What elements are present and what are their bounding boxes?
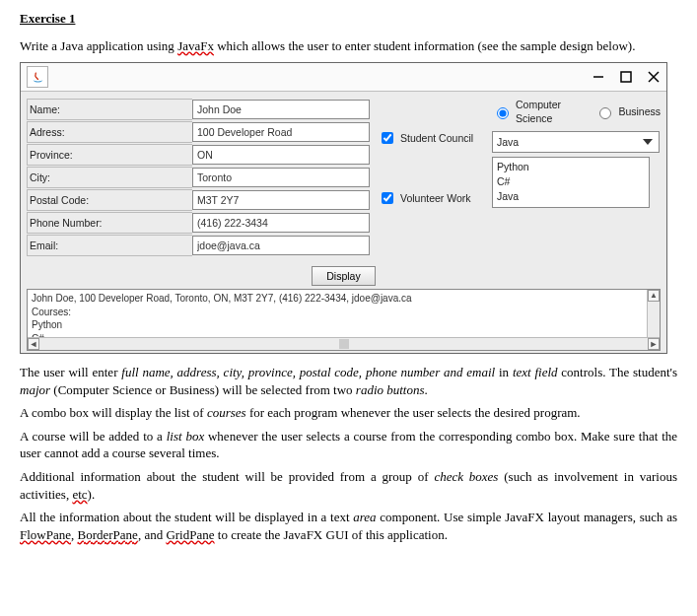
chevron-down-icon[interactable] [641, 135, 655, 149]
field-input[interactable] [192, 122, 370, 142]
scroll-right-icon[interactable]: ► [648, 338, 660, 350]
scroll-left-icon[interactable]: ◄ [28, 338, 39, 350]
list-item[interactable]: Java [497, 189, 645, 204]
text: major [20, 382, 50, 397]
form-right-column: Computer Science Business Java PythonC#J… [492, 98, 661, 257]
field-input[interactable] [192, 213, 370, 233]
intro-paragraph: Write a Java application using JavaFx wh… [20, 37, 677, 55]
output-line: Python [32, 318, 656, 332]
svg-rect-1 [621, 72, 631, 82]
courses-combobox[interactable]: Java [492, 131, 660, 153]
form-left-column: Name:Adress:Province:City:Postal Code:Ph… [27, 98, 372, 257]
form-row: Province: [27, 144, 372, 166]
list-item[interactable]: C# [497, 174, 645, 189]
text: list box [167, 429, 204, 444]
text: (Computer Science or Business) will be s… [50, 382, 356, 397]
checkbox-label: Student Council [400, 131, 473, 145]
text: controls. The student's [558, 365, 677, 379]
text: to create the JavaFX GUI of this applica… [215, 527, 448, 542]
text: courses [207, 405, 246, 420]
student-council-checkbox[interactable]: Student Council [378, 129, 486, 147]
courses-listbox[interactable]: PythonC#Java [492, 157, 650, 208]
form-row: Postal Code: [27, 189, 372, 211]
field-label: Adress: [27, 121, 192, 143]
text: Additional information about the student… [20, 469, 434, 484]
text: in [495, 365, 513, 379]
checkbox-label: Volunteer Work [400, 191, 471, 205]
field-input[interactable] [192, 236, 370, 255]
field-label: Phone Number: [27, 212, 192, 234]
form-row: Email: [27, 235, 372, 256]
radio-label: Business [618, 104, 661, 118]
text: full name, address, city, province, post… [121, 365, 495, 379]
form-row: City: [27, 167, 372, 188]
close-icon[interactable] [647, 70, 661, 84]
list-item[interactable]: Python [497, 160, 645, 174]
exercise-title: Exercise 1 [20, 10, 677, 28]
display-button[interactable]: Display [312, 266, 375, 286]
minimize-icon[interactable] [592, 70, 605, 84]
form-row: Name: [27, 99, 372, 120]
field-label: Province: [27, 144, 192, 166]
field-label: Postal Code: [27, 189, 192, 211]
field-label: Email: [27, 235, 192, 256]
form-row: Phone Number: [27, 212, 372, 234]
text: , and [138, 527, 167, 542]
text-squiggle: FlowPane [20, 527, 71, 542]
text: check boxes [434, 469, 498, 484]
form-row: Adress: [27, 121, 372, 143]
student-council-input[interactable] [382, 132, 393, 144]
text-squiggle: BorderPane [78, 527, 138, 542]
horizontal-scrollbar[interactable]: ◄ ► [28, 337, 660, 350]
text: component. Use simple JavaFX layout mana… [377, 510, 677, 524]
field-label: Name: [27, 99, 192, 120]
output-line: John Doe, 100 Developer Road, Toronto, O… [32, 292, 656, 306]
scrollbar-thumb[interactable] [339, 339, 349, 349]
major-business-radio[interactable] [599, 107, 611, 119]
app-window: Name:Adress:Province:City:Postal Code:Ph… [20, 62, 667, 354]
text-squiggle: JavaFx [177, 38, 214, 53]
output-area-wrap: John Doe, 100 Developer Road, Toronto, O… [27, 289, 661, 351]
text: Write a Java application using [20, 38, 177, 53]
paragraph: A combo box will display the list of cou… [20, 404, 677, 422]
text-squiggle: etc [72, 487, 87, 502]
text: for each program whenever the user selec… [246, 405, 581, 420]
text: area [353, 510, 376, 524]
volunteer-work-checkbox[interactable]: Volunteer Work [378, 189, 486, 207]
text: text field [513, 365, 558, 379]
output-textarea[interactable]: John Doe, 100 Developer Road, Toronto, O… [28, 290, 660, 337]
svg-marker-4 [643, 139, 653, 145]
text: . [425, 382, 428, 397]
paragraph: A course will be added to a list box whe… [20, 428, 677, 462]
paragraph: The user will enter full name, address, … [20, 364, 677, 398]
form-middle-column: Student Council Volunteer Work [378, 98, 486, 257]
maximize-icon[interactable] [619, 70, 633, 84]
text: which allows the user to enter student i… [214, 38, 635, 53]
radio-label: Computer Science [516, 98, 584, 125]
paragraph: All the information about the student wi… [20, 509, 677, 543]
combobox-value: Java [497, 135, 519, 149]
window-titlebar [21, 63, 666, 92]
volunteer-work-input[interactable] [382, 192, 393, 204]
text-squiggle: GridPane [166, 527, 214, 542]
output-line: Courses: [32, 306, 656, 319]
field-input[interactable] [192, 145, 370, 165]
field-input[interactable] [192, 190, 370, 210]
field-label: City: [27, 167, 192, 188]
text: The user will enter [20, 365, 121, 379]
text: A course will be added to a [20, 429, 167, 444]
paragraph: Additional information about the student… [20, 468, 677, 503]
text: radio buttons [356, 382, 425, 397]
major-cs-radio[interactable] [497, 107, 509, 119]
field-input[interactable] [192, 100, 370, 119]
text: ). [88, 487, 96, 502]
text: A combo box will display the list of [20, 405, 207, 420]
java-app-icon [27, 66, 48, 88]
vertical-scrollbar[interactable]: ▲ [647, 290, 660, 338]
field-input[interactable] [192, 168, 370, 187]
text: All the information about the student wi… [20, 510, 353, 524]
scroll-up-icon[interactable]: ▲ [648, 290, 660, 302]
